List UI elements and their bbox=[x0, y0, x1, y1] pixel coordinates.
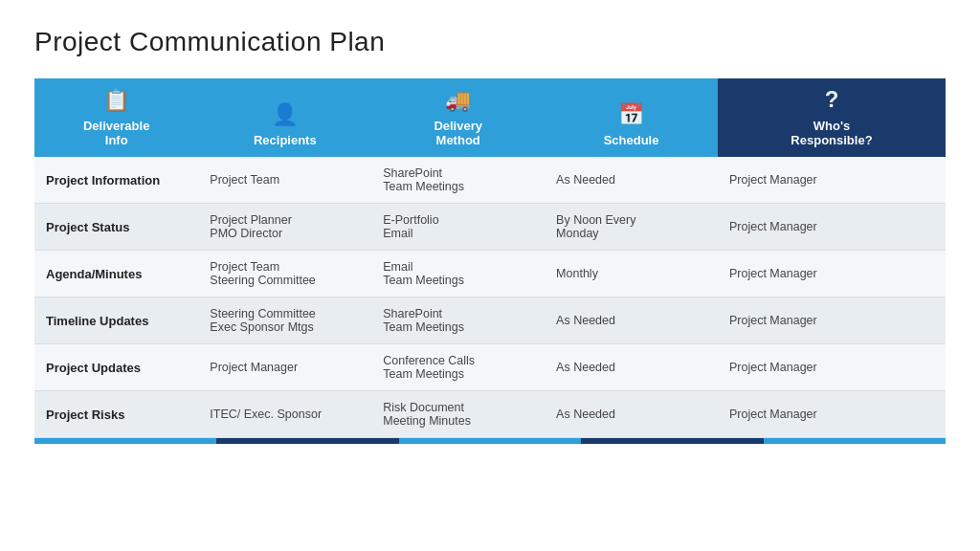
cell-deliverable: Agenda/Minutes bbox=[34, 251, 198, 298]
cell-deliverable: Project Updates bbox=[34, 344, 198, 391]
cell-deliverable: Timeline Updates bbox=[34, 298, 198, 344]
cell-schedule: As Needed bbox=[545, 157, 718, 204]
cell-delivery: E-PortfolioEmail bbox=[371, 204, 545, 251]
bar-seg2 bbox=[216, 438, 398, 444]
cell-delivery: SharePointTeam Meetings bbox=[371, 157, 545, 204]
cell-recipients: Project Team bbox=[198, 157, 371, 204]
header-schedule: 📅 Schedule bbox=[545, 78, 718, 157]
table-row: Project StatusProject PlannerPMO Directo… bbox=[34, 204, 946, 251]
bar-seg3 bbox=[399, 438, 581, 444]
deliverable-icon: 📋 bbox=[44, 88, 189, 113]
header-recipients-label: Recipients bbox=[254, 133, 317, 147]
bar-seg4 bbox=[581, 438, 763, 444]
table-row: Project UpdatesProject ManagerConference… bbox=[34, 344, 946, 391]
cell-responsible: Project Manager bbox=[718, 298, 946, 344]
cell-recipients: Steering CommitteeExec Sponsor Mtgs bbox=[198, 298, 371, 344]
bottom-bar bbox=[34, 438, 946, 444]
cell-schedule: By Noon EveryMonday bbox=[545, 204, 718, 251]
schedule-icon: 📅 bbox=[554, 102, 708, 127]
cell-recipients: Project PlannerPMO Director bbox=[198, 204, 371, 251]
bar-seg5 bbox=[764, 438, 946, 444]
cell-delivery: SharePointTeam Meetings bbox=[371, 298, 545, 344]
header-deliverable-label: DeliverableInfo bbox=[83, 119, 149, 147]
page-title: Project Communication Plan bbox=[34, 27, 946, 57]
cell-schedule: As Needed bbox=[545, 298, 718, 344]
recipients-icon: 👤 bbox=[208, 102, 362, 127]
header-responsible-label: Who'sResponsible? bbox=[791, 119, 872, 147]
delivery-icon: 🚚 bbox=[381, 88, 535, 113]
table-row: Project InformationProject TeamSharePoin… bbox=[34, 157, 946, 204]
cell-schedule: As Needed bbox=[545, 344, 718, 391]
table-row: Project RisksITEC/ Exec. SponsorRisk Doc… bbox=[34, 391, 946, 438]
cell-schedule: Monthly bbox=[545, 251, 718, 298]
cell-recipients: Project Manager bbox=[198, 344, 371, 391]
table-row: Timeline UpdatesSteering CommitteeExec S… bbox=[34, 298, 946, 344]
cell-recipients: ITEC/ Exec. Sponsor bbox=[198, 391, 371, 438]
header-delivery-label: DeliveryMethod bbox=[434, 119, 482, 147]
cell-deliverable: Project Status bbox=[34, 204, 198, 251]
header-recipients: 👤 Recipients bbox=[198, 78, 371, 157]
header-delivery: 🚚 DeliveryMethod bbox=[371, 78, 545, 157]
cell-responsible: Project Manager bbox=[718, 344, 946, 391]
cell-responsible: Project Manager bbox=[718, 157, 946, 204]
cell-responsible: Project Manager bbox=[718, 391, 946, 438]
cell-responsible: Project Manager bbox=[718, 251, 946, 298]
header-schedule-label: Schedule bbox=[604, 133, 659, 147]
cell-schedule: As Needed bbox=[545, 391, 718, 438]
cell-delivery: Risk DocumentMeeting Minutes bbox=[371, 391, 545, 438]
communication-plan-table: 📋 DeliverableInfo 👤 Recipients 🚚 Deliver… bbox=[34, 78, 946, 438]
cell-deliverable: Project Risks bbox=[34, 391, 198, 438]
header-deliverable: 📋 DeliverableInfo bbox=[34, 78, 198, 157]
table-row: Agenda/MinutesProject TeamSteering Commi… bbox=[34, 251, 946, 298]
bar-seg1 bbox=[34, 438, 216, 444]
cell-responsible: Project Manager bbox=[718, 204, 946, 251]
cell-delivery: Conference CallsTeam Meetings bbox=[371, 344, 545, 391]
cell-recipients: Project TeamSteering Committee bbox=[198, 251, 371, 298]
header-responsible: ? Who'sResponsible? bbox=[718, 78, 946, 157]
responsible-icon: ? bbox=[727, 86, 936, 113]
cell-delivery: EmailTeam Meetings bbox=[371, 251, 545, 298]
cell-deliverable: Project Information bbox=[34, 157, 198, 204]
